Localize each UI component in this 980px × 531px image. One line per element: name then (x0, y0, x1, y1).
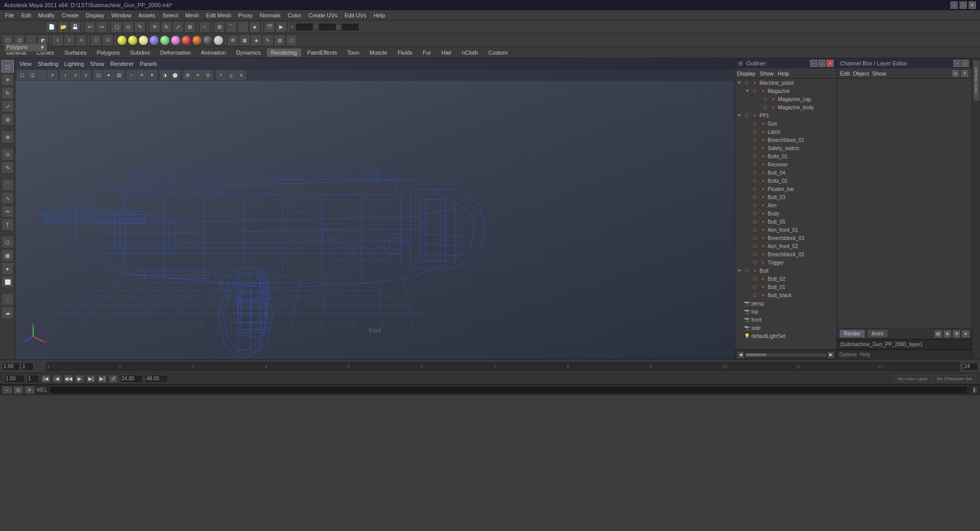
outliner-content[interactable]: ▼ ⬡ ● Machine_pistol ▼ ⬡ ● Magazine ⬡ ● … (735, 79, 837, 349)
menu-mesh[interactable]: Mesh (182, 11, 202, 19)
out-scroll-right[interactable]: ▶ (827, 351, 835, 358)
visor-btn[interactable]: ▤ (274, 35, 285, 46)
minimize-button[interactable]: − (950, 2, 958, 9)
vp-menu-shading[interactable]: Shading (38, 61, 58, 67)
snap-surface-btn[interactable]: ◈ (249, 21, 260, 33)
tree-item-aim-front01[interactable]: ⬡ ● Aim_front_01 (735, 226, 837, 234)
out-menu-show[interactable]: Show (760, 70, 774, 77)
next-frame-btn[interactable]: ▶| (86, 375, 95, 383)
lasso-btn[interactable]: ⊙ (122, 21, 134, 33)
paint-sel-btn[interactable]: ✎ (134, 21, 145, 33)
vis27[interactable]: ● (760, 292, 767, 299)
vis21[interactable]: ● (760, 243, 767, 250)
material-green-ball[interactable] (160, 35, 170, 45)
vis20[interactable]: ● (760, 234, 767, 242)
vis19[interactable]: ● (760, 226, 767, 233)
cat-ncloth[interactable]: nCloth (458, 49, 482, 57)
menu-normals[interactable]: Normals (257, 11, 284, 19)
vis14[interactable]: ● (760, 185, 767, 192)
poly-mesh-btn[interactable]: ⬡ (2, 236, 14, 248)
curve-tool[interactable]: ⌒ (2, 179, 14, 191)
tree-item-butt03[interactable]: ⬡ ● Butt_03 (735, 193, 837, 201)
vis15[interactable]: ● (760, 194, 767, 201)
poly-sphere-btn[interactable]: ● (2, 262, 14, 275)
vis9[interactable]: ● (760, 144, 767, 152)
tree-item-butt01[interactable]: ⬡ ● Butt_01 (735, 283, 837, 291)
go-end-btn[interactable]: ▶| (97, 375, 107, 383)
tree-item-aim[interactable]: ⬡ ● Aim (735, 201, 837, 209)
cat-animation[interactable]: Animation (197, 49, 230, 57)
menu-display[interactable]: Display (83, 11, 107, 19)
out-menu-display[interactable]: Display (737, 70, 755, 77)
vis5[interactable]: ● (751, 112, 758, 119)
redo-btn[interactable]: ↪ (96, 21, 107, 33)
tree-item-safety[interactable]: ⬡ ● Safety_switch (735, 144, 837, 152)
tree-item-mag-cap[interactable]: ⬡ ● Magazine_cap (735, 95, 837, 103)
vp-menu-panels[interactable]: Panels (140, 61, 157, 67)
text-tool[interactable]: T (2, 219, 14, 231)
isolate-btn[interactable]: ☐ (90, 35, 102, 46)
cat-dynamics[interactable]: Dynamics (232, 49, 265, 57)
ep-curve-tool[interactable]: ∿ (2, 192, 14, 204)
menu-window[interactable]: Window (108, 11, 134, 19)
tree-item-machine-pistol[interactable]: ▼ ⬡ ● Machine_pistol (735, 79, 837, 87)
vpt-tex[interactable]: ▤ (114, 70, 124, 80)
tree-item-receiver[interactable]: ⬡ ● Receiver (735, 160, 837, 168)
vis24[interactable]: ● (751, 267, 758, 274)
snap-grid-btn[interactable]: ⊞ (214, 21, 225, 33)
tree-item-aim-front02[interactable]: ⬡ ● Aim_front_02 (735, 242, 837, 250)
tree-item-light-set[interactable]: 💡 defaultLightSet (735, 332, 837, 340)
tree-item-butt05[interactable]: ⬡ ● Butt_05 (735, 218, 837, 226)
new-scene-btn[interactable]: 📄 (46, 21, 57, 33)
tree-item-gun[interactable]: ⬡ ● Gun (735, 119, 837, 128)
tree-item-body[interactable]: ⬡ ● Body (735, 209, 837, 218)
tree-item-butt-black[interactable]: ⬡ ● Butt_black (735, 291, 837, 299)
rotate-btn[interactable]: ↻ (161, 21, 172, 33)
save-btn[interactable]: 💾 (69, 21, 81, 33)
display-smooth2-btn[interactable]: 3 (76, 35, 87, 46)
menu-help[interactable]: Help (371, 11, 388, 19)
pencil-tool[interactable]: ✏ (2, 205, 14, 218)
out-scroll-left[interactable]: ◀ (737, 351, 744, 358)
vpt-shadow[interactable]: ◑ (160, 70, 169, 80)
vis7[interactable]: ● (760, 128, 767, 135)
script-editor-btn[interactable]: ⊡ (13, 386, 23, 394)
range-current[interactable] (27, 375, 39, 383)
material-purple-ball[interactable] (170, 35, 181, 45)
vis12[interactable]: ● (760, 169, 767, 176)
close-button[interactable]: ✕ (969, 2, 976, 9)
cb-icon1[interactable]: ▤ (934, 330, 942, 338)
vis26[interactable]: ● (760, 283, 767, 291)
scale-btn[interactable]: ⤢ (173, 21, 184, 33)
tree-item-butt02[interactable]: ⬡ ● Butt_02 (735, 275, 837, 283)
anim-end[interactable] (145, 375, 168, 383)
expand-icon[interactable]: ▼ (737, 80, 742, 85)
vis17[interactable]: ● (760, 210, 767, 217)
vpt-hier[interactable]: ◫ (28, 70, 37, 80)
vis4[interactable]: ● (770, 104, 777, 111)
universal-btn[interactable]: ⊞ (184, 21, 195, 33)
vpt-shade[interactable]: ● (104, 70, 113, 80)
cb-tab-show[interactable]: Show (872, 70, 887, 77)
tree-item-breechblock03[interactable]: ⬡ ● Breechblock_03 (735, 234, 837, 242)
vpt-grid[interactable]: # (48, 70, 57, 80)
vpt-ao[interactable]: ⬤ (170, 70, 180, 80)
tree-item-pp1[interactable]: ▼ ⬡ ● PP1 (735, 111, 837, 119)
vis23[interactable]: ● (760, 259, 767, 266)
menu-edit[interactable]: Edit (18, 11, 34, 19)
vpt-comp[interactable]: · (38, 70, 47, 80)
range-end[interactable] (120, 375, 143, 383)
vis-icon2[interactable]: ● (760, 87, 767, 94)
cb-minimize[interactable]: − (953, 60, 961, 67)
poly-cube-btn[interactable]: ⬜ (2, 276, 14, 288)
menu-edit-uvs[interactable]: Edit UVs (341, 11, 370, 19)
tree-item-bolts01[interactable]: ⬡ ● Bolts_01 (735, 152, 837, 160)
select-tool[interactable]: ▢ (2, 60, 14, 73)
cb-tab-object[interactable]: Object (853, 70, 869, 77)
expand-icon2[interactable]: ▼ (745, 88, 750, 93)
attr-editor-tab[interactable]: Attribute Editor (973, 60, 980, 101)
loop-btn[interactable]: ↺ (109, 375, 118, 383)
tree-item-breechblock02[interactable]: ⬡ ● Breechblock_02 (735, 250, 837, 258)
vp-menu-lighting[interactable]: Lighting (64, 61, 84, 67)
out-scroll-thumb[interactable] (746, 353, 766, 356)
